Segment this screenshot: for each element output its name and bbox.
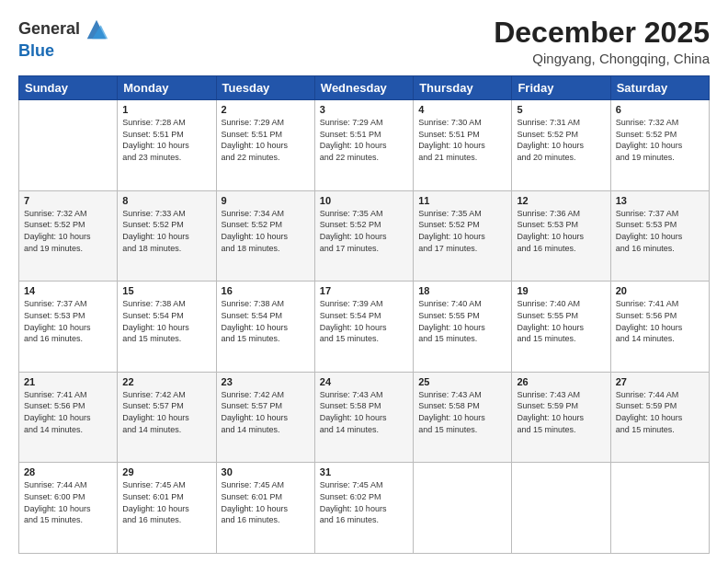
calendar-cell: 25Sunrise: 7:43 AM Sunset: 5:58 PM Dayli… xyxy=(414,372,512,463)
calendar-cell: 12Sunrise: 7:36 AM Sunset: 5:53 PM Dayli… xyxy=(512,190,610,282)
page: General Blue December 2025 Qingyang, Cho… xyxy=(0,0,728,563)
day-number: 7 xyxy=(24,195,112,206)
calendar-cell: 19Sunrise: 7:40 AM Sunset: 5:55 PM Dayli… xyxy=(512,282,610,373)
day-info: Sunrise: 7:35 AM Sunset: 5:52 PM Dayligh… xyxy=(418,208,506,254)
day-info: Sunrise: 7:38 AM Sunset: 5:54 PM Dayligh… xyxy=(222,298,310,344)
day-number: 29 xyxy=(122,466,210,477)
calendar-week-row: 28Sunrise: 7:44 AM Sunset: 6:00 PM Dayli… xyxy=(19,463,710,554)
day-info: Sunrise: 7:45 AM Sunset: 6:01 PM Dayligh… xyxy=(222,479,310,525)
calendar-cell: 16Sunrise: 7:38 AM Sunset: 5:54 PM Dayli… xyxy=(216,282,314,373)
day-info: Sunrise: 7:37 AM Sunset: 5:53 PM Dayligh… xyxy=(616,208,704,254)
day-info: Sunrise: 7:44 AM Sunset: 6:00 PM Dayligh… xyxy=(24,479,112,525)
calendar-header-tuesday: Tuesday xyxy=(216,76,314,100)
day-number: 10 xyxy=(320,195,408,206)
calendar-cell: 24Sunrise: 7:43 AM Sunset: 5:58 PM Dayli… xyxy=(314,372,413,463)
day-info: Sunrise: 7:33 AM Sunset: 5:52 PM Dayligh… xyxy=(122,208,210,254)
day-info: Sunrise: 7:32 AM Sunset: 5:52 PM Dayligh… xyxy=(616,117,704,163)
calendar-cell: 4Sunrise: 7:30 AM Sunset: 5:51 PM Daylig… xyxy=(414,100,512,191)
day-number: 2 xyxy=(222,104,310,115)
day-number: 12 xyxy=(517,195,605,206)
day-number: 21 xyxy=(24,376,112,387)
calendar-cell: 30Sunrise: 7:45 AM Sunset: 6:01 PM Dayli… xyxy=(216,463,314,554)
day-info: Sunrise: 7:34 AM Sunset: 5:52 PM Dayligh… xyxy=(222,208,310,254)
calendar-header-saturday: Saturday xyxy=(610,76,709,100)
day-info: Sunrise: 7:43 AM Sunset: 5:58 PM Dayligh… xyxy=(320,389,408,435)
calendar-cell: 1Sunrise: 7:28 AM Sunset: 5:51 PM Daylig… xyxy=(118,100,216,191)
calendar-header-sunday: Sunday xyxy=(19,76,118,100)
header: General Blue December 2025 Qingyang, Cho… xyxy=(18,17,710,66)
calendar-week-row: 1Sunrise: 7:28 AM Sunset: 5:51 PM Daylig… xyxy=(19,100,710,191)
calendar-cell: 29Sunrise: 7:45 AM Sunset: 6:01 PM Dayli… xyxy=(118,463,216,554)
day-number: 19 xyxy=(517,285,605,296)
logo-general-text: General xyxy=(18,20,80,39)
calendar-cell xyxy=(414,463,512,554)
day-info: Sunrise: 7:30 AM Sunset: 5:51 PM Dayligh… xyxy=(418,117,506,163)
day-number: 4 xyxy=(418,104,506,115)
day-info: Sunrise: 7:35 AM Sunset: 5:52 PM Dayligh… xyxy=(320,208,408,254)
calendar-header-wednesday: Wednesday xyxy=(314,76,413,100)
day-info: Sunrise: 7:45 AM Sunset: 6:01 PM Dayligh… xyxy=(122,479,210,525)
day-number: 25 xyxy=(418,376,506,387)
day-info: Sunrise: 7:38 AM Sunset: 5:54 PM Dayligh… xyxy=(122,298,210,344)
calendar-cell xyxy=(512,463,610,554)
calendar-week-row: 21Sunrise: 7:41 AM Sunset: 5:56 PM Dayli… xyxy=(19,372,710,463)
day-number: 27 xyxy=(616,376,704,387)
calendar-cell: 6Sunrise: 7:32 AM Sunset: 5:52 PM Daylig… xyxy=(610,100,709,191)
calendar-cell: 28Sunrise: 7:44 AM Sunset: 6:00 PM Dayli… xyxy=(19,463,118,554)
calendar-cell: 21Sunrise: 7:41 AM Sunset: 5:56 PM Dayli… xyxy=(19,372,118,463)
day-info: Sunrise: 7:45 AM Sunset: 6:02 PM Dayligh… xyxy=(320,479,408,525)
calendar-header-thursday: Thursday xyxy=(414,76,512,100)
day-number: 9 xyxy=(222,195,310,206)
day-info: Sunrise: 7:41 AM Sunset: 5:56 PM Dayligh… xyxy=(616,298,704,344)
calendar-cell: 3Sunrise: 7:29 AM Sunset: 5:51 PM Daylig… xyxy=(314,100,413,191)
calendar-cell: 9Sunrise: 7:34 AM Sunset: 5:52 PM Daylig… xyxy=(216,190,314,282)
day-number: 16 xyxy=(222,285,310,296)
day-info: Sunrise: 7:41 AM Sunset: 5:56 PM Dayligh… xyxy=(24,389,112,435)
calendar-cell: 2Sunrise: 7:29 AM Sunset: 5:51 PM Daylig… xyxy=(216,100,314,191)
day-info: Sunrise: 7:43 AM Sunset: 5:59 PM Dayligh… xyxy=(517,389,605,435)
calendar-cell: 31Sunrise: 7:45 AM Sunset: 6:02 PM Dayli… xyxy=(314,463,413,554)
day-number: 8 xyxy=(122,195,210,206)
day-number: 6 xyxy=(616,104,704,115)
calendar-cell: 15Sunrise: 7:38 AM Sunset: 5:54 PM Dayli… xyxy=(118,282,216,373)
calendar-cell: 13Sunrise: 7:37 AM Sunset: 5:53 PM Dayli… xyxy=(610,190,709,282)
calendar-cell: 7Sunrise: 7:32 AM Sunset: 5:52 PM Daylig… xyxy=(19,190,118,282)
calendar-cell: 22Sunrise: 7:42 AM Sunset: 5:57 PM Dayli… xyxy=(118,372,216,463)
day-number: 20 xyxy=(616,285,704,296)
logo: General Blue xyxy=(18,17,109,61)
day-info: Sunrise: 7:29 AM Sunset: 5:51 PM Dayligh… xyxy=(222,117,310,163)
calendar-cell: 8Sunrise: 7:33 AM Sunset: 5:52 PM Daylig… xyxy=(118,190,216,282)
title-block: December 2025 Qingyang, Chongqing, China xyxy=(494,17,710,66)
day-number: 28 xyxy=(24,466,112,477)
calendar-cell: 18Sunrise: 7:40 AM Sunset: 5:55 PM Dayli… xyxy=(414,282,512,373)
calendar-cell: 27Sunrise: 7:44 AM Sunset: 5:59 PM Dayli… xyxy=(610,372,709,463)
calendar-cell: 17Sunrise: 7:39 AM Sunset: 5:54 PM Dayli… xyxy=(314,282,413,373)
calendar-cell xyxy=(19,100,118,191)
day-info: Sunrise: 7:39 AM Sunset: 5:54 PM Dayligh… xyxy=(320,298,408,344)
logo-blue-text: Blue xyxy=(18,41,54,60)
day-info: Sunrise: 7:40 AM Sunset: 5:55 PM Dayligh… xyxy=(418,298,506,344)
day-info: Sunrise: 7:40 AM Sunset: 5:55 PM Dayligh… xyxy=(517,298,605,344)
day-number: 15 xyxy=(122,285,210,296)
calendar-cell: 26Sunrise: 7:43 AM Sunset: 5:59 PM Dayli… xyxy=(512,372,610,463)
day-number: 26 xyxy=(517,376,605,387)
day-info: Sunrise: 7:36 AM Sunset: 5:53 PM Dayligh… xyxy=(517,208,605,254)
day-info: Sunrise: 7:42 AM Sunset: 5:57 PM Dayligh… xyxy=(122,389,210,435)
day-info: Sunrise: 7:29 AM Sunset: 5:51 PM Dayligh… xyxy=(320,117,408,163)
day-info: Sunrise: 7:44 AM Sunset: 5:59 PM Dayligh… xyxy=(616,389,704,435)
calendar-week-row: 7Sunrise: 7:32 AM Sunset: 5:52 PM Daylig… xyxy=(19,190,710,282)
day-info: Sunrise: 7:37 AM Sunset: 5:53 PM Dayligh… xyxy=(24,298,112,344)
day-number: 13 xyxy=(616,195,704,206)
logo-icon xyxy=(84,17,109,42)
calendar-header-row: SundayMondayTuesdayWednesdayThursdayFrid… xyxy=(19,76,710,100)
day-number: 5 xyxy=(517,104,605,115)
day-number: 22 xyxy=(122,376,210,387)
calendar-cell: 5Sunrise: 7:31 AM Sunset: 5:52 PM Daylig… xyxy=(512,100,610,191)
day-number: 17 xyxy=(320,285,408,296)
calendar-cell: 14Sunrise: 7:37 AM Sunset: 5:53 PM Dayli… xyxy=(19,282,118,373)
day-info: Sunrise: 7:32 AM Sunset: 5:52 PM Dayligh… xyxy=(24,208,112,254)
day-number: 11 xyxy=(418,195,506,206)
calendar-header-friday: Friday xyxy=(512,76,610,100)
calendar-cell: 23Sunrise: 7:42 AM Sunset: 5:57 PM Dayli… xyxy=(216,372,314,463)
calendar-cell: 11Sunrise: 7:35 AM Sunset: 5:52 PM Dayli… xyxy=(414,190,512,282)
